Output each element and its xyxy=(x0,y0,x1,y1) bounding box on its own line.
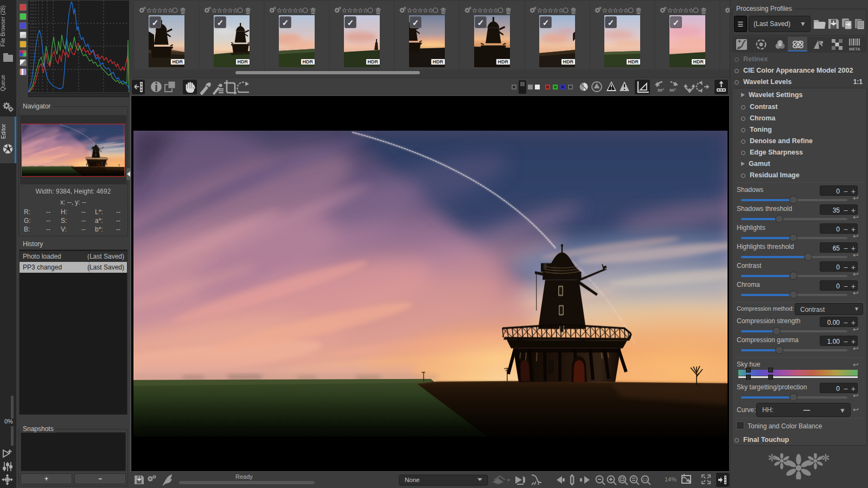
svg-text:Ready: Ready xyxy=(235,473,253,480)
svg-text:90°: 90° xyxy=(658,88,664,93)
svg-text:1:1: 1:1 xyxy=(643,478,648,481)
svg-text:14%: 14% xyxy=(665,476,676,483)
svg-text:META: META xyxy=(849,47,860,52)
svg-text:90°: 90° xyxy=(669,88,676,93)
svg-text:None: None xyxy=(405,477,420,483)
